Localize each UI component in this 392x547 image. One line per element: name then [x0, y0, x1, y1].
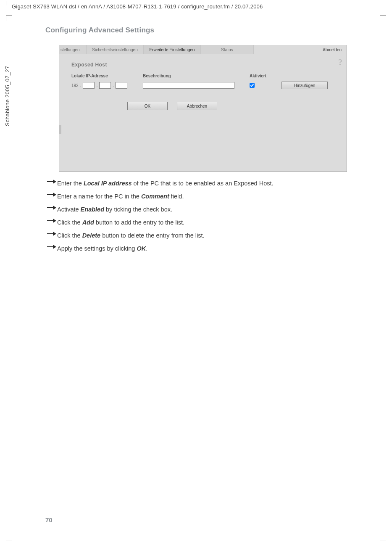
- instruction-list: Enter the Local IP address of the PC tha…: [47, 179, 350, 257]
- instruction-item: Enter the Local IP address of the PC tha…: [47, 179, 350, 188]
- scrollbar-stub: [59, 125, 61, 134]
- activated-checkbox[interactable]: [250, 83, 255, 88]
- instruction-item: Enter a name for the PC in the Comment f…: [47, 192, 350, 201]
- instruction-text: Activate Enabled by ticking the check bo…: [57, 205, 350, 214]
- help-icon[interactable]: ?: [338, 58, 342, 67]
- instruction-text: Click the Add button to add the entry to…: [57, 218, 350, 227]
- ok-button[interactable]: OK: [127, 102, 168, 110]
- arrow-right-icon: [47, 192, 57, 198]
- cancel-button[interactable]: Abbrechen: [177, 102, 217, 110]
- description-input[interactable]: [143, 82, 234, 89]
- tab-status[interactable]: Status: [201, 45, 254, 54]
- ip-first-octet: 192: [71, 83, 79, 88]
- tab-bar: stellungen Sicherheitseinstellungen Erwe…: [59, 45, 347, 54]
- instruction-item: Activate Enabled by ticking the check bo…: [47, 205, 350, 214]
- page-title: Configuring Advanced Settings: [45, 26, 154, 34]
- svg-marker-3: [53, 193, 56, 197]
- svg-marker-9: [53, 232, 56, 236]
- config-screenshot-panel: stellungen Sicherheitseinstellungen Erwe…: [59, 45, 347, 172]
- svg-marker-1: [53, 180, 56, 184]
- tab-security-settings[interactable]: Sicherheitseinstellungen: [87, 45, 144, 54]
- ip-octet-2[interactable]: [83, 82, 95, 89]
- instruction-text: Click the Delete button to delete the en…: [57, 231, 350, 240]
- logout-link[interactable]: Abmelden: [323, 48, 347, 52]
- arrow-right-icon: [47, 179, 57, 185]
- arrow-right-icon: [47, 231, 57, 237]
- label-activated: Aktiviert: [250, 74, 282, 78]
- panel-section-title: Exposed Host: [71, 62, 337, 68]
- ip-input-group: 192. . .: [71, 82, 143, 89]
- instruction-text: Enter a name for the PC in the Comment f…: [57, 192, 350, 201]
- label-description: Beschreibung: [143, 74, 250, 78]
- crop-mark: [6, 15, 12, 21]
- crop-mark: [6, 541, 12, 541]
- svg-marker-11: [53, 245, 56, 249]
- svg-marker-5: [53, 206, 56, 210]
- label-local-ip: Lokale IP-Adresse: [71, 74, 143, 78]
- svg-marker-7: [53, 219, 56, 223]
- add-button[interactable]: Hinzufügen: [282, 82, 328, 89]
- arrow-right-icon: [47, 244, 57, 250]
- instruction-item: Apply the settings by clicking OK.: [47, 244, 350, 253]
- tab-advanced-settings[interactable]: Erweiterte Einstellungen: [144, 45, 201, 54]
- instruction-item: Click the Delete button to delete the en…: [47, 231, 350, 240]
- crop-mark: [380, 541, 386, 541]
- template-label: Schablone 2005_07_27: [4, 66, 11, 126]
- instruction-text: Apply the settings by clicking OK.: [57, 244, 350, 253]
- instruction-item: Click the Add button to add the entry to…: [47, 218, 350, 227]
- arrow-right-icon: [47, 205, 57, 211]
- crop-tick: [6, 1, 6, 5]
- crop-mark: [380, 15, 386, 16]
- tab-settings-partial[interactable]: stellungen: [59, 45, 87, 54]
- page-number: 70: [45, 516, 53, 523]
- document-path: Gigaset SX763 WLAN dsl / en AnnA / A3100…: [12, 3, 263, 10]
- arrow-right-icon: [47, 218, 57, 224]
- instruction-text: Enter the Local IP address of the PC tha…: [57, 179, 350, 188]
- ip-octet-3[interactable]: [99, 82, 111, 89]
- ip-octet-4[interactable]: [116, 82, 127, 89]
